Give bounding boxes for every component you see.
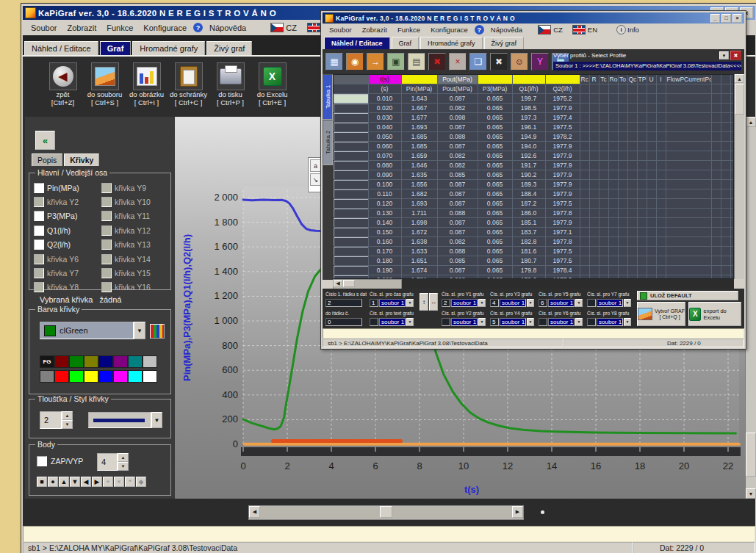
help-icon[interactable]: ?	[475, 25, 484, 35]
data-cell[interactable]	[599, 170, 608, 180]
points-toggle-checkbox[interactable]	[37, 456, 47, 466]
data-cell[interactable]: 1977.9	[545, 142, 580, 151]
data-cell[interactable]	[721, 209, 730, 218]
dropdown-button[interactable]: ▼	[575, 299, 583, 307]
row-header[interactable]	[334, 161, 368, 170]
data-cell[interactable]	[721, 123, 730, 132]
data-cell[interactable]	[647, 170, 656, 180]
data-cell[interactable]: 0.065	[478, 123, 512, 132]
data-cell[interactable]	[589, 142, 599, 151]
data-cell[interactable]	[580, 218, 589, 228]
field-value[interactable]	[587, 318, 596, 326]
toolbar-do-obr-zku-button[interactable]: do obrázku[ Ctrl+I ]	[126, 62, 168, 106]
data-cell[interactable]	[637, 209, 647, 218]
data-cell[interactable]	[647, 151, 656, 161]
data-cell[interactable]	[666, 256, 711, 266]
scroll-up-icon[interactable]: ▲	[746, 117, 756, 127]
data-cell[interactable]: 0.030	[368, 113, 401, 123]
curve-checkbox[interactable]	[34, 254, 44, 264]
data-cell[interactable]	[589, 199, 599, 209]
data-cell[interactable]	[627, 113, 637, 123]
curve-checkbox[interactable]	[34, 225, 44, 236]
palette-swatch[interactable]	[54, 355, 69, 368]
palette-swatch[interactable]	[69, 355, 84, 368]
map-cell[interactable]	[545, 75, 580, 84]
data-cell[interactable]	[721, 237, 730, 247]
data-cell[interactable]: 0.065	[478, 209, 512, 218]
data-cell[interactable]	[656, 94, 666, 104]
data-cell[interactable]: 0.065	[478, 180, 512, 189]
data-cell[interactable]: 1.646	[401, 161, 437, 170]
data-cell[interactable]	[627, 199, 637, 209]
data-cell[interactable]: 197.3	[512, 113, 545, 123]
data-cell[interactable]	[627, 247, 637, 256]
data-cell[interactable]	[618, 199, 627, 209]
data-cell[interactable]	[721, 218, 730, 228]
data-cell[interactable]	[666, 180, 711, 189]
data-cell[interactable]	[656, 218, 666, 228]
palette-dialog-button[interactable]	[150, 324, 165, 339]
vscroll-thumb[interactable]	[746, 433, 756, 477]
data-cell[interactable]	[666, 266, 711, 275]
data-cell[interactable]	[711, 247, 721, 256]
dropdown-button[interactable]: ▼	[527, 299, 534, 307]
data-cell[interactable]: 1977.9	[545, 170, 580, 180]
data-cell[interactable]	[721, 142, 730, 151]
collapse-panel-button[interactable]: «	[35, 131, 55, 150]
data-cell[interactable]	[666, 170, 711, 180]
curve-checkbox[interactable]	[101, 254, 112, 264]
data-cell[interactable]	[637, 199, 647, 209]
data-cell[interactable]	[618, 209, 627, 218]
file-combobox[interactable]: soubor 1	[379, 318, 406, 326]
data-cell[interactable]	[656, 113, 666, 123]
data-cell[interactable]	[637, 247, 647, 256]
data-cell[interactable]	[589, 151, 599, 161]
data-cell[interactable]: 0.065	[478, 113, 512, 123]
data-cell[interactable]: 192.6	[512, 151, 545, 161]
data-cell[interactable]	[666, 199, 711, 209]
data-cell[interactable]	[647, 132, 656, 142]
data-cell[interactable]: 182.8	[512, 237, 545, 247]
data-cell[interactable]	[608, 199, 618, 209]
curve-checkbox[interactable]	[101, 183, 112, 193]
data-cell[interactable]	[608, 209, 618, 218]
column-header[interactable]: Pin(MPa)	[401, 84, 437, 94]
data-cell[interactable]: 0.120	[368, 199, 401, 209]
data-cell[interactable]	[580, 189, 589, 199]
data-cell[interactable]	[608, 247, 618, 256]
export-excel-button[interactable]: X export do Excelu	[688, 302, 741, 326]
data-cell[interactable]	[627, 237, 637, 247]
tab-krivky[interactable]: Křivky	[64, 153, 99, 166]
point-shape-button[interactable]: ■	[37, 477, 47, 487]
menu-konfigurace[interactable]: Konfigurace	[425, 24, 473, 35]
data-cell[interactable]: 1.693	[401, 123, 437, 132]
data-cell[interactable]: 0.190	[368, 266, 401, 275]
spin-up-icon[interactable]: ▲	[118, 453, 129, 462]
data-cell[interactable]	[656, 189, 666, 199]
data-cell[interactable]	[608, 151, 618, 161]
data-cell[interactable]	[637, 237, 647, 247]
data-cell[interactable]	[589, 266, 599, 275]
tab-popis[interactable]: Popis	[32, 153, 62, 166]
data-cell[interactable]	[618, 142, 627, 151]
data-cell[interactable]: 0.098	[437, 113, 478, 123]
data-cell[interactable]	[589, 218, 599, 228]
data-cell[interactable]	[637, 189, 647, 199]
file-combobox[interactable]: soubor 1	[500, 299, 526, 307]
field-value[interactable]: 2	[325, 299, 362, 307]
data-cell[interactable]	[721, 113, 730, 123]
data-cell[interactable]	[608, 123, 618, 132]
data-cell[interactable]: 0.065	[478, 94, 512, 104]
data-cell[interactable]	[666, 113, 711, 123]
data-cell[interactable]: 1975.2	[545, 94, 580, 104]
table-hscrollbar[interactable]: ◀	[333, 279, 402, 289]
curve-checkbox[interactable]	[34, 197, 44, 207]
data-cell[interactable]	[721, 151, 730, 161]
data-cell[interactable]	[637, 132, 647, 142]
toolbar-do-tisku-button[interactable]: do tisku[ Ctrl+P ]	[209, 62, 251, 106]
data-cell[interactable]	[608, 228, 618, 237]
row-header[interactable]	[334, 209, 368, 218]
help-icon[interactable]: ?	[193, 23, 203, 32]
tab-graf[interactable]: Graf	[392, 37, 420, 49]
field-value[interactable]: 0	[325, 318, 362, 326]
